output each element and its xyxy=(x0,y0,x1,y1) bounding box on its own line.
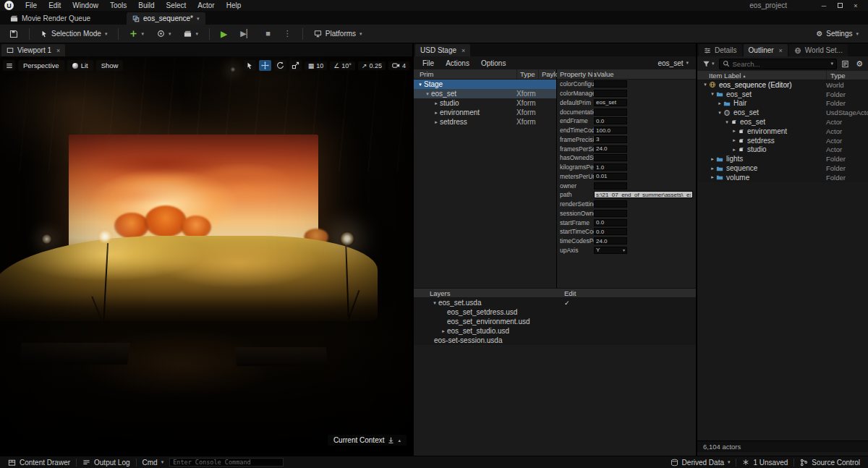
property-value-input[interactable] xyxy=(594,109,627,116)
property-value-input[interactable] xyxy=(594,191,693,198)
close-tab-icon[interactable]: × xyxy=(779,47,783,54)
menu-edit[interactable]: Edit xyxy=(43,1,67,9)
settings-dropdown[interactable]: ⚙ Settings ▾ xyxy=(811,27,864,40)
derived-data-dropdown[interactable]: Derived Data ▾ xyxy=(666,456,735,468)
perspective-dropdown[interactable]: Perspective xyxy=(18,60,64,71)
layer-row-environment[interactable]: eos_set_environment.usd xyxy=(414,317,696,326)
layer-row-session[interactable]: eos-set-session.usda xyxy=(414,336,696,345)
usd-menu-options[interactable]: Options xyxy=(475,59,511,67)
frame-skip-button[interactable]: ▶▏ xyxy=(235,27,258,40)
scale-tool-button[interactable] xyxy=(289,60,302,71)
layer-row-studio[interactable]: ▸ eos_set_studio.usd xyxy=(414,326,696,336)
blueprints-dropdown[interactable]: ▾ xyxy=(152,27,176,40)
menu-window[interactable]: Window xyxy=(67,1,104,9)
select-tool-button[interactable] xyxy=(244,60,256,71)
property-value-input[interactable] xyxy=(594,80,627,88)
outliner-row-volume[interactable]: ▸ volume Folder xyxy=(697,173,868,182)
tab-usd-stage[interactable]: USD Stage × xyxy=(415,44,470,56)
edit-target-check-icon[interactable]: ✓ xyxy=(564,299,570,307)
prim-row-eos-set[interactable]: ▾ eos_set Xform xyxy=(414,89,556,98)
outliner-row-hair[interactable]: ▸ Hair Folder xyxy=(697,99,868,109)
outliner-row-world[interactable]: ▾ eos_sequence (Editor) World xyxy=(697,80,868,90)
outliner-row-eos-set-folder[interactable]: ▾ eos_set Folder xyxy=(697,90,868,99)
tab-details[interactable]: Details xyxy=(699,44,742,56)
maximize-icon[interactable] xyxy=(832,2,848,9)
outliner-row-studio[interactable]: ▸ studio Actor xyxy=(697,145,868,155)
prim-row-studio[interactable]: ▸ studio Xform xyxy=(414,98,556,108)
cmd-dropdown[interactable]: Cmd ▾ xyxy=(138,456,169,468)
property-value-input[interactable] xyxy=(594,127,627,134)
cinematics-dropdown[interactable]: ▾ xyxy=(179,27,203,40)
column-prim[interactable]: Prim xyxy=(414,70,434,78)
column-payload[interactable]: Paylo xyxy=(538,69,559,79)
expand-arrow-icon[interactable]: ▸ xyxy=(709,174,716,180)
prim-row-environment[interactable]: ▸ environment Xform xyxy=(414,108,556,117)
quick-add-dropdown[interactable]: ▾ xyxy=(124,27,149,40)
expand-arrow-icon[interactable]: ▸ xyxy=(731,137,738,143)
rotation-snap-button[interactable]: ∠ 10° xyxy=(330,61,355,70)
expand-arrow-icon[interactable]: ▸ xyxy=(716,101,723,106)
minimize-icon[interactable]: ─ xyxy=(816,2,832,9)
close-window-icon[interactable]: × xyxy=(848,2,864,9)
property-value-input[interactable] xyxy=(594,237,627,244)
viewport-options-button[interactable] xyxy=(3,60,15,71)
platforms-dropdown[interactable]: Platforms ▾ xyxy=(309,27,367,40)
expand-arrow-icon[interactable]: ▸ xyxy=(709,156,716,162)
movie-render-queue-button[interactable]: Movie Render Queue xyxy=(4,12,96,25)
prim-row-stage[interactable]: ▾ Stage xyxy=(414,80,556,89)
outliner-browse-button[interactable] xyxy=(839,59,851,69)
selection-mode-dropdown[interactable]: Selection Mode ▾ xyxy=(35,27,112,40)
stage-selector-dropdown[interactable]: eos_set ▾ xyxy=(658,59,693,67)
column-item-label[interactable]: Item Label xyxy=(697,72,741,80)
show-flags-dropdown[interactable]: Show xyxy=(96,60,124,71)
column-value[interactable]: Value xyxy=(593,69,614,79)
property-value-input[interactable] xyxy=(594,163,627,171)
usd-menu-actions[interactable]: Actions xyxy=(440,59,475,67)
expand-arrow-icon[interactable]: ▾ xyxy=(716,110,723,116)
outliner-settings-button[interactable]: ⚙ xyxy=(854,59,865,69)
usd-menu-file[interactable]: File xyxy=(417,59,440,67)
expand-arrow-icon[interactable]: ▸ xyxy=(731,128,738,134)
expand-arrow-icon[interactable]: ▸ xyxy=(709,166,716,171)
tab-outliner[interactable]: Outliner × xyxy=(744,44,788,56)
search-input[interactable] xyxy=(733,60,828,68)
outliner-row-lights[interactable]: ▸ lights Folder xyxy=(697,154,868,163)
play-button[interactable]: ▶ xyxy=(216,27,232,41)
expand-arrow-icon[interactable]: ▾ xyxy=(431,300,438,306)
menu-file[interactable]: File xyxy=(20,1,43,9)
expand-arrow-icon[interactable]: ▸ xyxy=(433,110,440,116)
property-value-input[interactable] xyxy=(594,200,627,208)
menu-help[interactable]: Help xyxy=(221,1,247,9)
viewport-canvas[interactable]: Perspective Lit Show xyxy=(0,56,412,456)
column-type[interactable]: Type xyxy=(826,71,846,80)
tab-world-settings[interactable]: World Set... xyxy=(789,44,848,56)
property-value-input[interactable] xyxy=(594,219,627,226)
menu-select[interactable]: Select xyxy=(161,1,192,9)
tab-viewport-1[interactable]: Viewport 1 × xyxy=(1,44,65,56)
property-value-input[interactable] xyxy=(594,210,627,217)
current-context-button[interactable]: Current Context ▴ xyxy=(328,435,407,446)
camera-speed-button[interactable]: 4 xyxy=(388,61,409,70)
outliner-row-usd-stage-actor[interactable]: ▾ eos_set UsdStageActor xyxy=(697,108,868,117)
close-tab-icon[interactable]: × xyxy=(461,47,465,54)
output-log-button[interactable]: Output Log xyxy=(78,456,134,468)
grid-snap-button[interactable]: ▦ 10 xyxy=(305,61,328,70)
menu-tools[interactable]: Tools xyxy=(104,1,132,9)
column-property-name[interactable]: Property Na xyxy=(557,70,597,78)
expand-arrow-icon[interactable]: ▾ xyxy=(417,82,424,88)
source-control-button[interactable]: Source Control xyxy=(796,456,864,468)
property-value-input[interactable] xyxy=(594,136,627,143)
menu-build[interactable]: Build xyxy=(132,1,160,9)
expand-arrow-icon[interactable]: ▸ xyxy=(440,328,447,334)
property-value-input[interactable] xyxy=(594,182,627,190)
prim-row-setdress[interactable]: ▸ setdress Xform xyxy=(414,117,556,127)
expand-arrow-icon[interactable]: ▾ xyxy=(709,91,716,97)
layer-row-setdress[interactable]: eos_set_setdress.usd xyxy=(414,307,696,317)
play-options-button[interactable]: ⋮ xyxy=(278,27,297,40)
view-mode-dropdown[interactable]: Lit xyxy=(67,60,93,71)
outliner-row-sequence[interactable]: ▸ sequence Folder xyxy=(697,163,868,173)
layer-row-eos-set-usda[interactable]: ▾ eos_set.usda ✓ xyxy=(414,298,696,307)
menu-actor[interactable]: Actor xyxy=(192,1,220,9)
expand-arrow-icon[interactable]: ▸ xyxy=(433,101,440,106)
content-drawer-button[interactable]: Content Drawer xyxy=(4,456,75,468)
